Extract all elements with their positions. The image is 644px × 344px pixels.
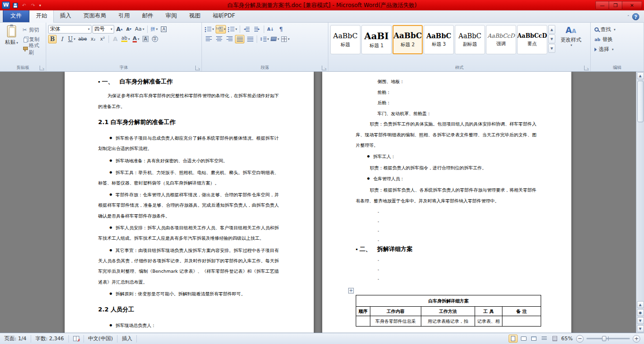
style-item-subtitle[interactable]: AaBbC 副标题 (455, 25, 485, 54)
distribute-button[interactable] (245, 35, 255, 43)
word-app-icon[interactable]: W (2, 1, 10, 9)
tab-view[interactable]: 视图 (183, 9, 207, 22)
print-layout-view-button[interactable] (509, 335, 518, 343)
qat-customize-dropdown-icon[interactable]: ▾ (38, 3, 42, 8)
justify-button[interactable] (235, 35, 244, 43)
fullscreen-reading-view-button[interactable] (519, 335, 528, 343)
scrollbar-thumb[interactable] (637, 81, 644, 122)
minimize-button[interactable]: — (595, 1, 609, 9)
text-effects-button[interactable]: A (111, 35, 119, 43)
vertical-scrollbar[interactable]: ▲ ▲ ● ▼ ▼ (636, 72, 644, 333)
paragraph-dialog-launcher-icon[interactable] (322, 66, 326, 70)
bold-button[interactable]: B (48, 35, 57, 43)
close-button[interactable]: ✕ (622, 1, 642, 9)
outline-view-button[interactable] (540, 335, 549, 343)
font-dialog-launcher-icon[interactable] (195, 66, 200, 70)
undo-button[interactable]: ↶ (20, 1, 28, 9)
web-layout-view-button[interactable] (529, 335, 538, 343)
numbering-button[interactable] (216, 25, 226, 34)
superscript-button[interactable]: x² (98, 35, 107, 43)
insert-mode-indicator[interactable]: 插入 (117, 335, 137, 343)
zoom-slider-thumb[interactable] (602, 336, 606, 341)
subscript-button[interactable]: x₂ (89, 35, 97, 43)
page-2[interactable]: 侧围、地板： 前舱： 后舱： 车门、发动机罩、前舱盖： 职责：负责拆车工作的具体… (322, 72, 571, 333)
find-button[interactable]: 查找 (593, 25, 642, 34)
zoom-out-button[interactable]: − (576, 335, 584, 343)
styles-scroll-down-button[interactable]: ▼ (548, 34, 555, 43)
select-browse-object-icon[interactable]: ● (637, 309, 644, 316)
underline-button[interactable]: U (67, 35, 76, 43)
decrease-indent-button[interactable]: ◂ (242, 25, 251, 34)
enclose-characters-button[interactable]: 字 (151, 35, 159, 43)
tab-mailings[interactable]: 邮件 (136, 9, 159, 22)
next-page-icon[interactable]: ▼ (637, 317, 644, 324)
zoom-level[interactable]: 65% (560, 336, 575, 342)
previous-page-icon[interactable]: ▲ (637, 301, 644, 308)
character-border-button[interactable]: A (159, 25, 168, 34)
font-size-combobox[interactable]: 四号 (92, 25, 114, 34)
style-item-heading2-selected[interactable]: AaBbC 标题 2 (393, 25, 423, 54)
multilevel-list-button[interactable] (227, 25, 238, 34)
align-center-button[interactable] (214, 35, 224, 43)
word-count[interactable]: 字数: 2,346 (31, 335, 69, 343)
styles-scroll-up-button[interactable]: ▲ (548, 25, 555, 34)
change-case-button[interactable]: Aa (134, 25, 145, 34)
increase-indent-button[interactable]: ▸ (252, 25, 262, 34)
save-button[interactable] (11, 1, 19, 9)
tab-home[interactable]: 开始 (29, 9, 54, 23)
zoom-in-button[interactable]: + (633, 335, 640, 343)
scroll-up-icon[interactable]: ▲ (637, 72, 644, 79)
phonetic-guide-button[interactable]: 拼 (150, 25, 159, 34)
tab-file[interactable]: 文件 (3, 9, 29, 22)
style-item-heading1[interactable]: AaBI 标题 1 (361, 25, 392, 54)
enclose-characters-icon: 字 (152, 36, 158, 42)
help-icon[interactable]: ? (632, 13, 639, 20)
draft-view-button[interactable] (550, 335, 559, 343)
font-color-button[interactable]: A (132, 35, 140, 43)
format-painter-button[interactable]: 格式刷 (21, 44, 44, 53)
cut-button[interactable]: ✂ 剪切 (21, 25, 44, 34)
collapse-ribbon-icon[interactable]: ˄ (627, 15, 630, 19)
language-indicator[interactable]: 中文(中国) (84, 335, 118, 343)
strikethrough-button[interactable]: abe (77, 35, 88, 43)
redo-button[interactable]: ↷ (29, 1, 37, 9)
style-item-keypoint[interactable]: AaBbCcD 要点 (517, 25, 547, 54)
page-indicator[interactable]: 页面: 1/4 (0, 335, 31, 343)
select-button[interactable]: 选择 (593, 45, 642, 54)
shading-button[interactable] (270, 35, 280, 43)
tab-foxit-pdf[interactable]: 福昕PDF (207, 9, 241, 22)
tab-references[interactable]: 引用 (112, 9, 136, 22)
clipboard-dialog-launcher-icon[interactable] (40, 66, 44, 70)
align-left-button[interactable] (204, 35, 213, 43)
style-item-title[interactable]: AaBbC 标题 (330, 25, 360, 54)
maximize-button[interactable]: ❐ (609, 1, 622, 9)
style-item-emphasis[interactable]: AaBbCcD 强调 (486, 25, 516, 54)
sort-button[interactable]: A↓ (266, 25, 276, 34)
scroll-down-icon[interactable]: ▼ (637, 325, 644, 332)
line-spacing-button[interactable]: ↕ (259, 35, 269, 43)
character-shading-button[interactable]: A (141, 35, 150, 43)
grow-font-button[interactable]: A▴ (115, 25, 124, 34)
bullets-button[interactable] (204, 25, 215, 34)
replace-button[interactable]: ab 替换 (593, 35, 642, 44)
document-canvas[interactable]: 一、 白车身分解准备工作 为保证参考样车白车身零部件的完整性和零部件管理的条理化… (0, 72, 644, 333)
italic-button[interactable]: I (58, 35, 66, 43)
page-1[interactable]: 一、 白车身分解准备工作 为保证参考样车白车身零部件的完整性和零部件管理的条理化… (65, 72, 314, 333)
font-name-combobox[interactable]: 宋体 (48, 25, 92, 34)
borders-button[interactable] (281, 35, 290, 43)
tab-insert[interactable]: 插入 (54, 9, 77, 22)
styles-more-button[interactable]: ▼ (548, 44, 555, 53)
align-right-button[interactable] (225, 35, 234, 43)
table-move-handle-icon[interactable]: + (348, 288, 354, 294)
tab-page-layout[interactable]: 页面布局 (77, 9, 112, 22)
shrink-font-button[interactable]: A▾ (125, 25, 133, 34)
tab-review[interactable]: 审阅 (159, 9, 183, 22)
styles-dialog-launcher-icon[interactable] (584, 66, 589, 70)
change-styles-button[interactable]: AA 更改样式 (557, 24, 585, 63)
proofing-status[interactable] (69, 335, 84, 343)
show-hide-marks-button[interactable]: ¶ (276, 25, 286, 34)
paste-button[interactable]: 粘贴 (2, 24, 21, 63)
style-item-heading3[interactable]: AaBbC 标题 3 (424, 25, 454, 54)
highlight-color-button[interactable]: ab (120, 35, 131, 43)
zoom-slider[interactable] (586, 338, 630, 339)
